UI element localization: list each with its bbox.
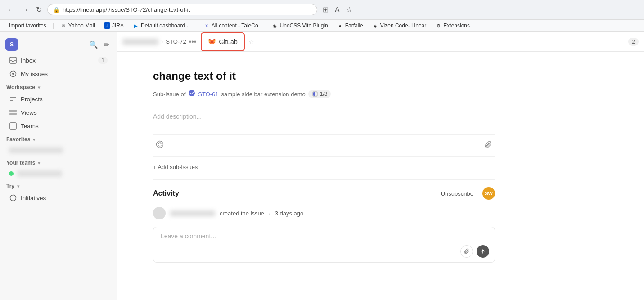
refresh-button[interactable]: ↻ — [34, 4, 44, 16]
tab-more-button[interactable]: ••• — [186, 37, 199, 47]
gitlab-icon — [208, 37, 216, 47]
main-content: › STO-72 ••• GitLab — [117, 32, 644, 300]
farfalle-label: Farfalle — [345, 22, 363, 29]
comment-attach-button[interactable] — [460, 245, 473, 258]
workspace-label: Workspace — [6, 84, 35, 90]
gitlab-tab-label: GitLab — [219, 38, 237, 45]
sub-issue-line: Sub-issue of STO-61 sample side bar exte… — [153, 90, 495, 99]
all-content-label: All content - TaleCo... — [212, 22, 263, 29]
progress-fill — [313, 92, 315, 96]
farfalle-favicon: ● — [337, 22, 343, 29]
breadcrumb-issue-id[interactable]: STO-72 — [166, 38, 186, 45]
unsubscribe-button[interactable]: Unsubscribe — [437, 188, 477, 199]
svg-rect-0 — [10, 57, 16, 63]
favorites-blurred-text — [9, 147, 63, 153]
bookmark-farfalle[interactable]: ● Farfalle — [333, 22, 367, 30]
search-button[interactable]: 🔍 — [87, 39, 100, 51]
bookmark-all-content[interactable]: ✕ All content - TaleCo... — [200, 22, 266, 30]
profile-button[interactable]: A — [333, 4, 342, 16]
browser-actions: ⊞ A ☆ — [321, 4, 354, 16]
yahoo-mail-label: Yahoo Mail — [68, 22, 95, 29]
breadcrumb-separator: › — [161, 38, 163, 45]
activity-user-name — [170, 210, 215, 216]
description-area[interactable]: Add description... — [153, 109, 495, 124]
tab-right-badge: 2 — [628, 38, 639, 46]
activity-title: Activity — [153, 189, 179, 197]
browser-chrome: ← → ↻ 🔒 https://linear.app/ /issue/STO-7… — [0, 0, 644, 20]
bookmarks-bar: Import favorites | ✉ Yahoo Mail J JIRA ▶… — [0, 20, 644, 32]
tab-star-button[interactable]: ☆ — [248, 38, 254, 45]
extensions-label: Extensions — [443, 22, 470, 29]
compose-button[interactable]: ✏ — [102, 39, 111, 51]
try-section-header[interactable]: Try ▾ — [0, 179, 117, 191]
inbox-badge: 1 — [98, 57, 108, 64]
projects-label: Projects — [21, 96, 43, 103]
svg-point-10 — [161, 143, 162, 144]
my-issues-icon — [9, 70, 17, 78]
sidebar: S 🔍 ✏ Inbox 1 My issues Workspace ▾ — [0, 32, 117, 300]
breadcrumb-blurred — [122, 39, 158, 45]
jira-label: JIRA — [112, 22, 124, 29]
add-sub-issues-button[interactable]: + Add sub-issues — [153, 162, 495, 172]
sidebar-team-item[interactable] — [3, 168, 114, 179]
sidebar-item-teams[interactable]: Teams — [3, 120, 114, 132]
activity-time: 3 days ago — [275, 210, 304, 217]
initiatives-icon — [9, 194, 17, 202]
bookmark-yahoo-mail[interactable]: ✉ Yahoo Mail — [57, 22, 99, 30]
try-chevron: ▾ — [17, 184, 19, 189]
progress-text: 1/3 — [320, 91, 328, 97]
bookmark-default-dashboard[interactable]: ▶ Default dashboard - ... — [129, 22, 198, 30]
teams-label: Teams — [21, 123, 39, 130]
projects-icon — [9, 95, 17, 103]
lock-icon: 🔒 — [53, 7, 60, 13]
forward-button[interactable]: → — [20, 4, 31, 16]
your-teams-label: Your teams — [6, 160, 35, 166]
sidebar-header: S 🔍 ✏ — [0, 36, 117, 54]
workspace-section-header[interactable]: Workspace ▾ — [0, 81, 117, 92]
sub-issue-id-link[interactable]: STO-61 — [198, 91, 218, 98]
comment-send-button[interactable] — [477, 245, 489, 258]
attachment-button[interactable] — [482, 139, 495, 152]
your-teams-chevron: ▾ — [38, 161, 40, 166]
bookmark-unocss[interactable]: ◉ UnoCSS Vite Plugin — [268, 22, 332, 30]
workspace-chevron: ▾ — [38, 85, 40, 90]
import-favorites-label: Import favorites — [9, 22, 46, 29]
bookmark-jira[interactable]: J JIRA — [100, 22, 127, 30]
toolbar-row — [153, 134, 495, 157]
sidebar-item-my-issues[interactable]: My issues — [3, 67, 114, 80]
star-button[interactable]: ☆ — [344, 4, 354, 16]
tab-grid-button[interactable]: ⊞ — [321, 4, 330, 16]
sidebar-logo[interactable]: S — [5, 38, 18, 51]
sidebar-item-inbox[interactable]: Inbox 1 — [3, 54, 114, 67]
breadcrumb: › STO-72 — [122, 38, 186, 45]
activity-item: created the issue · 3 days ago — [153, 207, 495, 219]
sidebar-item-views[interactable]: Views — [3, 106, 114, 119]
comment-box[interactable]: Leave a comment... — [153, 227, 495, 263]
favorites-blurred-item[interactable] — [3, 145, 114, 156]
bookmark-extensions[interactable]: ⚙ Extensions — [432, 22, 473, 30]
sub-issue-label-text: sample side bar extension demo — [221, 91, 306, 98]
svg-rect-5 — [10, 123, 16, 129]
unocss-label: UnoCSS Vite Plugin — [280, 22, 328, 29]
default-dashboard-label: Default dashboard - ... — [141, 22, 194, 29]
bookmark-vizen-code[interactable]: ◈ Vizen Code- Linear — [369, 22, 430, 30]
url-text: https://linear.app/ /issue/STO-72/change… — [63, 6, 190, 13]
emoji-button[interactable] — [153, 139, 167, 152]
address-bar[interactable]: 🔒 https://linear.app/ /issue/STO-72/chan… — [47, 4, 317, 15]
bookmark-import-favorites[interactable]: Import favorites — [5, 22, 50, 30]
vizen-code-label: Vizen Code- Linear — [380, 22, 427, 29]
back-button[interactable]: ← — [5, 4, 16, 16]
all-content-favicon: ✕ — [203, 22, 210, 29]
my-issues-label: My issues — [21, 71, 48, 77]
sidebar-item-projects[interactable]: Projects — [3, 93, 114, 105]
your-teams-section-header[interactable]: Your teams ▾ — [0, 156, 117, 168]
gitlab-tab[interactable]: GitLab — [201, 32, 244, 51]
team-dot — [9, 171, 14, 176]
activity-user-avatar — [153, 207, 166, 219]
default-dashboard-favicon: ▶ — [133, 22, 139, 29]
divider — [153, 179, 495, 180]
sidebar-item-initiatives[interactable]: Initiatives — [3, 192, 114, 204]
activity-dot: · — [269, 210, 270, 217]
inbox-label: Inbox — [21, 57, 36, 64]
favorites-section-header[interactable]: Favorites ▾ — [0, 133, 117, 144]
